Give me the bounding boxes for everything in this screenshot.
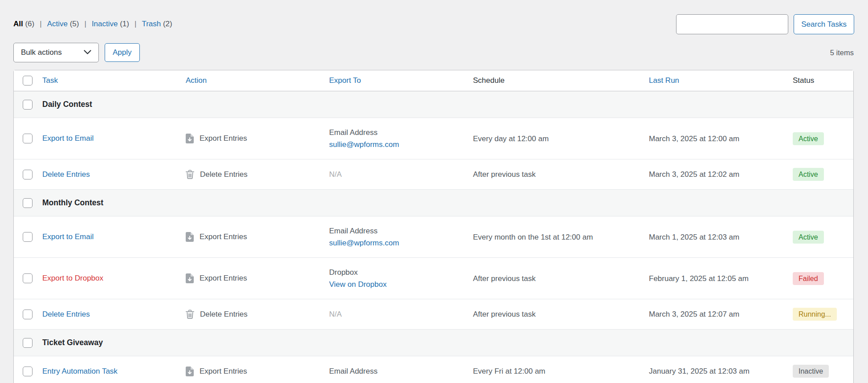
row-checkbox[interactable] bbox=[23, 100, 33, 110]
status-badge: Running... bbox=[793, 308, 837, 321]
last-run-value: January 31, 2025 at 12:03 am bbox=[649, 367, 750, 375]
search-area: Search Tasks bbox=[676, 14, 854, 34]
status-badge: Active bbox=[793, 168, 824, 181]
export-to-value: Email Address bbox=[329, 365, 459, 377]
row-checkbox[interactable] bbox=[23, 367, 33, 376]
select-all-checkbox[interactable] bbox=[23, 76, 33, 86]
search-tasks-button[interactable]: Search Tasks bbox=[794, 14, 854, 34]
column-header-last-run[interactable]: Last Run bbox=[649, 76, 679, 85]
task-row: Export to EmailExport EntriesEmail Addre… bbox=[14, 118, 853, 159]
filter-separator: | bbox=[84, 20, 86, 29]
export-to-value: Dropbox bbox=[329, 266, 459, 278]
column-header-export-to[interactable]: Export To bbox=[329, 76, 361, 85]
filter-separator: | bbox=[134, 20, 136, 29]
trash-icon bbox=[186, 310, 194, 319]
table-header-row: TaskActionExport ToScheduleLast RunStatu… bbox=[14, 70, 853, 91]
action-label: Export Entries bbox=[200, 274, 247, 283]
schedule-value: After previous task bbox=[473, 170, 536, 179]
group-row-ticket-giveaway: Ticket Giveaway bbox=[14, 330, 853, 356]
status-badge: Active bbox=[793, 132, 824, 145]
status-filters: All (6)|Active (5)|Inactive (1)|Trash (2… bbox=[13, 20, 172, 29]
task-name-link[interactable]: Entry Automation Task bbox=[42, 367, 118, 375]
last-run-value: March 1, 2025 at 12:03 am bbox=[649, 233, 739, 241]
filter-inactive[interactable]: Inactive (1) bbox=[92, 20, 129, 28]
export-to-value: N/A bbox=[329, 168, 459, 180]
trash-icon bbox=[186, 170, 194, 179]
schedule-value: Every day at 12:00 am bbox=[473, 134, 549, 143]
status-badge: Inactive bbox=[793, 365, 829, 378]
action-label: Export Entries bbox=[200, 134, 247, 143]
last-run-value: March 3, 2025 at 12:07 am bbox=[649, 310, 739, 318]
task-name-link[interactable]: Export to Dropbox bbox=[42, 274, 103, 282]
export-to-value: Email Address bbox=[329, 126, 459, 139]
row-checkbox[interactable] bbox=[23, 338, 33, 348]
action-label: Export Entries bbox=[200, 232, 247, 241]
filter-count: (5) bbox=[70, 20, 79, 28]
filter-count: (2) bbox=[163, 20, 172, 28]
group-title: Monthly Contest bbox=[35, 190, 853, 216]
file-download-icon bbox=[186, 367, 194, 376]
file-download-icon bbox=[186, 232, 194, 242]
task-row: Entry Automation TaskExport EntriesEmail… bbox=[14, 356, 853, 383]
export-to-link[interactable]: sullie@wpforms.com bbox=[329, 239, 399, 247]
task-name-link[interactable]: Delete Entries bbox=[42, 170, 90, 179]
table-toolbar: Bulk actions Apply 5 items bbox=[13, 43, 854, 62]
column-header-status: Status bbox=[793, 76, 814, 85]
last-run-value: February 1, 2025 at 12:05 am bbox=[649, 274, 749, 283]
export-to-value: Email Address bbox=[329, 225, 459, 237]
task-row: Delete EntriesDelete EntriesN/AAfter pre… bbox=[14, 299, 853, 330]
action-label: Export Entries bbox=[200, 367, 247, 376]
column-header-action[interactable]: Action bbox=[186, 76, 207, 85]
export-to-link[interactable]: sullie@wpforms.com bbox=[329, 140, 399, 149]
last-run-value: March 3, 2025 at 12:02 am bbox=[649, 170, 739, 179]
action-label: Delete Entries bbox=[200, 170, 248, 179]
task-row: Export to DropboxExport EntriesDropboxVi… bbox=[14, 258, 853, 299]
group-row-daily-contest: Daily Contest bbox=[14, 91, 853, 118]
group-title: Daily Contest bbox=[35, 91, 853, 118]
apply-button[interactable]: Apply bbox=[105, 43, 140, 62]
filter-count: (1) bbox=[120, 20, 129, 28]
column-header-task[interactable]: Task bbox=[42, 76, 58, 85]
file-download-icon bbox=[186, 134, 194, 143]
schedule-value: After previous task bbox=[473, 274, 536, 283]
task-row: Export to EmailExport EntriesEmail Addre… bbox=[14, 216, 853, 258]
status-badge: Active bbox=[793, 231, 824, 244]
bulk-actions-label: Bulk actions bbox=[21, 48, 62, 57]
last-run-value: March 3, 2025 at 12:00 am bbox=[649, 134, 739, 143]
action-label: Delete Entries bbox=[200, 310, 248, 319]
task-row: Delete EntriesDelete EntriesN/AAfter pre… bbox=[14, 159, 853, 190]
filter-active[interactable]: Active (5) bbox=[47, 20, 79, 28]
filter-separator: | bbox=[40, 20, 41, 29]
group-row-monthly-contest: Monthly Contest bbox=[14, 190, 853, 216]
schedule-value: Every Fri at 12:00 am bbox=[473, 367, 546, 375]
tasks-table: TaskActionExport ToScheduleLast RunStatu… bbox=[13, 70, 854, 383]
group-title: Ticket Giveaway bbox=[35, 330, 853, 356]
items-count: 5 items bbox=[830, 49, 854, 57]
row-checkbox[interactable] bbox=[23, 198, 33, 208]
export-to-link[interactable]: View on Dropbox bbox=[329, 280, 387, 289]
row-checkbox[interactable] bbox=[23, 273, 33, 283]
row-checkbox[interactable] bbox=[23, 232, 33, 242]
filter-all[interactable]: All (6) bbox=[13, 20, 34, 28]
status-badge: Failed bbox=[793, 272, 824, 285]
row-checkbox[interactable] bbox=[23, 134, 33, 143]
search-input[interactable] bbox=[676, 14, 788, 34]
row-checkbox[interactable] bbox=[23, 170, 33, 179]
task-name-link[interactable]: Export to Email bbox=[42, 134, 94, 143]
filter-count: (6) bbox=[25, 20, 34, 28]
file-download-icon bbox=[186, 273, 194, 283]
schedule-value: After previous task bbox=[473, 310, 536, 318]
task-name-link[interactable]: Export to Email bbox=[42, 232, 94, 241]
task-name-link[interactable]: Delete Entries bbox=[42, 310, 90, 318]
column-header-schedule: Schedule bbox=[473, 76, 505, 85]
chevron-down-icon bbox=[84, 48, 91, 57]
filter-trash[interactable]: Trash (2) bbox=[142, 20, 172, 28]
row-checkbox[interactable] bbox=[23, 310, 33, 319]
export-to-value: N/A bbox=[329, 308, 459, 320]
schedule-value: Every month on the 1st at 12:00 am bbox=[473, 233, 593, 241]
bulk-actions-select[interactable]: Bulk actions bbox=[13, 43, 99, 62]
